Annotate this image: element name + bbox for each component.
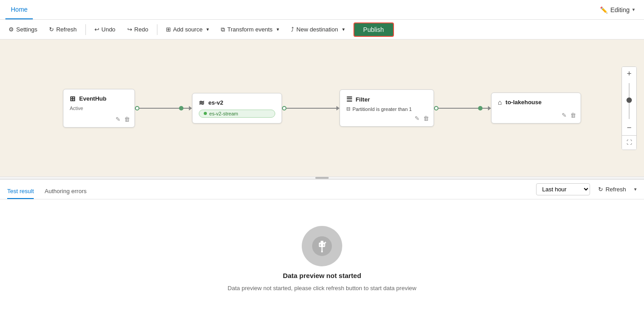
conn-dot-5 (478, 106, 483, 110)
toolbar-separator-2 (157, 24, 157, 35)
tab-test-result[interactable]: Test result (7, 188, 34, 199)
nav-tab-home[interactable]: Home (5, 0, 33, 19)
empty-subtitle: Data preview not started, please click r… (228, 285, 416, 292)
filter-condition-icon: ⊟ (346, 106, 350, 112)
zoom-slider-track (629, 83, 630, 119)
filter-condition: ⊟ PartitionId is greater than 1 (346, 106, 427, 112)
settings-button[interactable]: ⚙ Settings (4, 23, 42, 35)
panel-right-controls: Last hourLast 3 hoursLast 24 hours ↻ Ref… (536, 183, 637, 195)
svg-point-4 (321, 251, 323, 252)
editing-button[interactable]: ✏️ Editing ▾ (596, 4, 639, 15)
svg-text:✦: ✦ (324, 241, 327, 245)
toolbar-separator-1 (85, 24, 86, 35)
transform-icon: ⧉ (221, 26, 225, 33)
conn-dot-1 (135, 106, 139, 110)
lakehouse-delete-icon[interactable]: 🗑 (570, 112, 576, 119)
eventhub-edit-icon[interactable]: ✎ (116, 116, 121, 123)
conn-dot-2 (179, 106, 183, 110)
zoom-controls: + − ⛶ (622, 66, 637, 150)
bottom-panel: Test result Authoring errors Last hourLa… (0, 179, 644, 318)
nav-right: ✏️ Editing ▾ (596, 4, 639, 15)
svg-rect-2 (321, 241, 322, 243)
redo-label: Redo (134, 26, 148, 33)
conn-line-2 (286, 108, 336, 109)
zoom-fit-button[interactable]: ⛶ (622, 135, 636, 150)
transform-chevron-icon: ▾ (277, 26, 279, 32)
refresh-label: Refresh (56, 26, 77, 33)
refresh-icon: ↻ (49, 26, 54, 33)
esv2-title: es-v2 (208, 99, 223, 106)
lakehouse-header: ⌂ to-lakehouse (498, 98, 574, 106)
add-source-icon: ⊞ (166, 26, 171, 33)
filter-header: ☰ Filter (346, 95, 427, 103)
time-range-select[interactable]: Last hourLast 3 hoursLast 24 hours (536, 183, 590, 195)
eventhub-header: ⊞ EventHub (70, 95, 128, 103)
panel-refresh-icon: ↻ (598, 186, 603, 193)
nav-tabs: Home (5, 0, 33, 19)
conn-line-3 (438, 108, 478, 109)
add-source-label: Add source (173, 26, 203, 33)
panel-chevron-down-icon[interactable]: ▾ (634, 186, 637, 192)
conn-line-1 (139, 108, 179, 109)
new-destination-label: New destination (296, 26, 338, 33)
refresh-button[interactable]: ↻ Refresh (44, 23, 82, 35)
filter-icon: ☰ (346, 95, 352, 103)
drag-handle-indicator (315, 177, 329, 179)
eventhub-status: Active (70, 106, 128, 111)
transform-events-button[interactable]: ⧉ Transform events ▾ (216, 23, 284, 36)
filter-delete-icon[interactable]: 🗑 (423, 115, 429, 122)
eventhub-node[interactable]: ⊞ EventHub Active ✎ 🗑 (63, 89, 135, 128)
eventhub-title: EventHub (79, 95, 107, 102)
pencil-icon: ✏️ (600, 6, 608, 13)
conn-arrow-3 (488, 106, 491, 110)
filter-node[interactable]: ☰ Filter ⊟ PartitionId is greater than 1… (340, 89, 434, 127)
svg-rect-3 (322, 241, 323, 243)
zoom-in-button[interactable]: + (622, 67, 636, 81)
conn-dot-4 (434, 106, 438, 110)
nav-bar: Home ✏️ Editing ▾ (0, 0, 644, 20)
filter-edit-icon[interactable]: ✎ (415, 115, 420, 122)
toolbar: ⚙ Settings ↻ Refresh ↩ Undo ↪ Redo ⊞ Add… (0, 20, 644, 40)
lakehouse-icon: ⌂ (498, 98, 502, 106)
lakehouse-edit-icon[interactable]: ✎ (562, 112, 567, 119)
undo-label: Undo (102, 26, 116, 33)
editing-label: Editing (610, 6, 630, 13)
redo-icon: ↪ (127, 26, 132, 33)
conn-arrow-2 (336, 106, 340, 110)
eventhub-icon: ⊞ (70, 95, 76, 103)
tab-authoring-errors[interactable]: Authoring errors (45, 188, 86, 199)
esv2-stream-label: es-v2-stream (209, 111, 238, 116)
undo-button[interactable]: ↩ Undo (89, 23, 121, 35)
transform-events-label: Transform events (227, 26, 273, 33)
add-source-button[interactable]: ⊞ Add source ▾ (161, 23, 215, 35)
esv2-node[interactable]: ≋ es-v2 es-v2-stream (192, 93, 282, 124)
lakehouse-node[interactable]: ⌂ to-lakehouse ✎ 🗑 (491, 93, 581, 124)
add-source-chevron-icon: ▾ (206, 26, 209, 32)
zoom-slider-thumb (626, 97, 632, 103)
plug-icon: ✦ (312, 236, 332, 256)
filter-title: Filter (356, 96, 370, 103)
publish-button[interactable]: Publish (353, 22, 394, 37)
empty-title: Data preview not started (283, 272, 361, 279)
eventhub-delete-icon[interactable]: 🗑 (124, 116, 130, 123)
connector-2 (282, 106, 339, 110)
esv2-icon: ≋ (199, 99, 205, 107)
filter-condition-text: PartitionId is greater than 1 (353, 106, 412, 112)
esv2-stream-tag: es-v2-stream (199, 110, 275, 118)
redo-button[interactable]: ↪ Redo (122, 23, 153, 35)
pipeline-container: ⊞ EventHub Active ✎ 🗑 ≋ es-v2 (0, 89, 644, 128)
stream-dot (204, 112, 207, 115)
esv2-header: ≋ es-v2 (199, 99, 275, 107)
conn-arrow-1 (189, 106, 192, 110)
lakehouse-actions: ✎ 🗑 (562, 112, 576, 119)
undo-icon: ↩ (94, 26, 99, 33)
panel-refresh-button[interactable]: ↻ Refresh (595, 184, 630, 194)
zoom-fit-icon: ⛶ (626, 139, 632, 146)
zoom-out-button[interactable]: − (622, 121, 636, 135)
eventhub-actions: ✎ 🗑 (116, 116, 130, 123)
conn-line-3b (483, 108, 488, 109)
empty-state: ✦ Data preview not started Data preview … (0, 199, 644, 318)
new-destination-button[interactable]: ⤴ New destination ▾ (286, 23, 350, 35)
panel-tabs-bar: Test result Authoring errors Last hourLa… (0, 180, 644, 199)
panel-refresh-label: Refresh (605, 186, 626, 193)
